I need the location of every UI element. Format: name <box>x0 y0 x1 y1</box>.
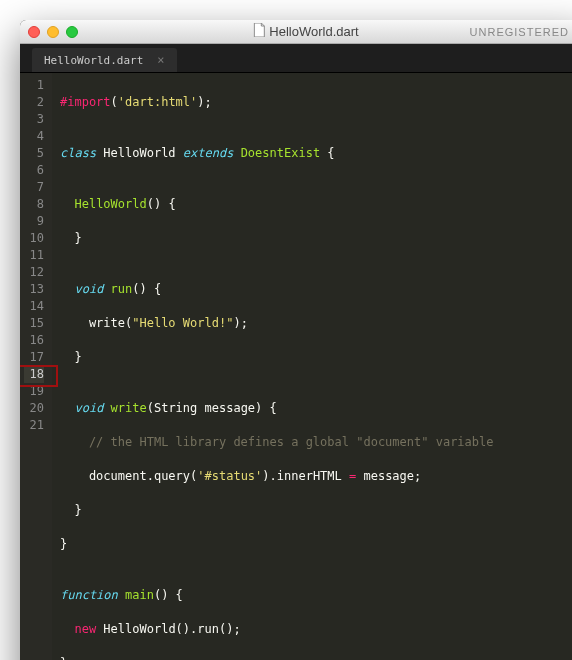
line-number-gutter[interactable]: 123456789101112131415161718192021 <box>20 73 52 660</box>
registration-status: UNREGISTERED <box>470 26 572 38</box>
code-token: #import <box>60 95 111 109</box>
code-token <box>60 622 74 636</box>
code-token <box>60 197 74 211</box>
code-token: function <box>60 588 118 602</box>
file-icon <box>253 23 265 40</box>
code-token: ( <box>111 95 118 109</box>
code-token <box>103 401 110 415</box>
window-title-text: HelloWorld.dart <box>269 24 358 39</box>
code-area[interactable]: #import('dart:html'); class HelloWorld e… <box>52 73 572 660</box>
code-token: HelloWorld <box>96 146 183 160</box>
code-token: '#status' <box>197 469 262 483</box>
code-line: } <box>60 536 572 553</box>
code-token: HelloWorld().run(); <box>96 622 241 636</box>
code-line: } <box>60 502 572 519</box>
code-token: () { <box>154 588 183 602</box>
code-token: void <box>74 401 103 415</box>
code-token <box>60 282 74 296</box>
minimize-window-button[interactable] <box>47 26 59 38</box>
code-token: main <box>125 588 154 602</box>
zoom-window-button[interactable] <box>66 26 78 38</box>
code-token: HelloWorld <box>74 197 146 211</box>
code-line: } <box>60 230 572 247</box>
traffic-lights <box>28 26 78 38</box>
code-token: void <box>74 282 103 296</box>
code-token: run <box>111 282 133 296</box>
code-token <box>103 282 110 296</box>
tab-close-button[interactable]: × <box>157 53 164 67</box>
close-window-button[interactable] <box>28 26 40 38</box>
code-token: { <box>320 146 334 160</box>
code-token: DoesntExist <box>241 146 320 160</box>
tab-helloworld[interactable]: HelloWorld.dart × <box>32 48 177 72</box>
code-token <box>60 401 74 415</box>
code-token: () { <box>147 197 176 211</box>
code-line: // the HTML library defines a global "do… <box>60 434 572 451</box>
code-editor[interactable]: 123456789101112131415161718192021 #impor… <box>20 73 572 660</box>
code-token: message; <box>356 469 421 483</box>
code-token: document.query( <box>60 469 197 483</box>
code-line: } <box>60 655 572 660</box>
code-line: } <box>60 349 572 366</box>
tab-bar: HelloWorld.dart × <box>20 44 572 73</box>
code-token: extends <box>183 146 234 160</box>
window-title: HelloWorld.dart <box>253 23 358 40</box>
code-token <box>118 588 125 602</box>
code-token: class <box>60 146 96 160</box>
code-token: "Hello World!" <box>132 316 233 330</box>
code-token: () { <box>132 282 161 296</box>
code-token: ); <box>233 316 247 330</box>
code-token: new <box>74 622 96 636</box>
code-token: write <box>111 401 147 415</box>
editor-window: HelloWorld.dart UNREGISTERED HelloWorld.… <box>20 20 572 660</box>
code-token: 'dart:html' <box>118 95 197 109</box>
code-token: ); <box>197 95 211 109</box>
code-token <box>233 146 240 160</box>
code-token: (String message) { <box>147 401 277 415</box>
tab-label: HelloWorld.dart <box>44 54 143 67</box>
titlebar[interactable]: HelloWorld.dart UNREGISTERED <box>20 20 572 44</box>
code-token: write( <box>60 316 132 330</box>
code-token: ).innerHTML <box>262 469 349 483</box>
